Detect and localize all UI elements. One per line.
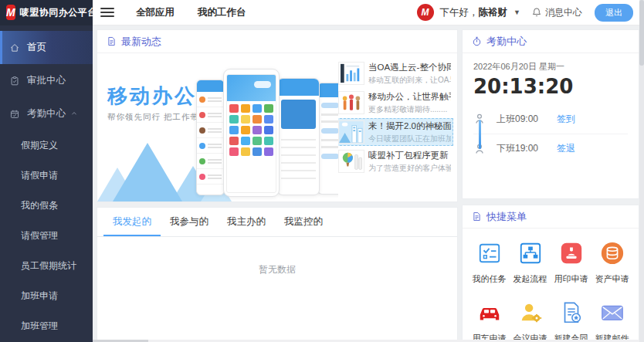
- news-thumb-report: [338, 62, 364, 85]
- sidebar-item-approval-center[interactable]: 审批中心: [0, 64, 93, 97]
- meeting-icon: [518, 300, 543, 325]
- home-icon: [9, 42, 20, 53]
- seal-icon: [559, 241, 584, 266]
- attendance-panel-title: 考勤中心: [486, 35, 527, 49]
- vertical-scrollbar-track: [639, 0, 644, 342]
- news-panel-header: 最新动态: [97, 30, 457, 53]
- quick-item-label: 我的任务: [473, 273, 507, 285]
- attendance-body: 2022年06月20日 星期一 20:13:20 上班09:00 签到 下班19…: [463, 53, 639, 163]
- sidebar-item-home[interactable]: 首页: [0, 31, 93, 64]
- top-header: M 唛盟协同办公平台 全部应用 我的工作台 M 下午好，陈裕财 ▼ 消息中心 退…: [0, 0, 644, 25]
- attendance-clock: 20:13:20: [473, 75, 628, 98]
- logo-icon: M: [6, 5, 15, 20]
- quick-item-new-contract[interactable]: 新建合同: [551, 299, 591, 342]
- asset-icon: [600, 241, 625, 266]
- quick-menu-title: 快捷菜单: [486, 210, 527, 224]
- news-body: 移动办公 帮你领先同行 把工作带出办公室: [97, 53, 457, 201]
- phone-mockup-main: [223, 69, 280, 197]
- quick-item-asset-request[interactable]: 资产申请: [591, 239, 632, 285]
- message-center-label: 消息中心: [545, 6, 582, 19]
- news-thumb-city: [338, 120, 364, 144]
- news-subtitle: 今日唛盟团队正在加班加点，: [368, 134, 451, 144]
- quick-item-new-mail[interactable]: 新建邮件: [591, 299, 632, 342]
- quick-item-label: 发起流程: [514, 273, 547, 285]
- tab-initiated-by-me[interactable]: 我发起的: [103, 208, 161, 236]
- sidebar-item-label: 首页: [27, 41, 46, 54]
- sidebar-subitem-my-leave-notes[interactable]: 我的假条: [0, 191, 93, 221]
- user-avatar[interactable]: M: [417, 4, 434, 21]
- mountain-shape: [113, 143, 182, 201]
- empty-state-text: 暂无数据: [97, 237, 457, 276]
- check-in-row: 上班09:00 签到: [473, 104, 628, 134]
- tasks-icon: [477, 241, 502, 266]
- document-icon: [107, 36, 117, 46]
- timeline-connector: [479, 120, 481, 149]
- attendance-icon: [9, 109, 20, 120]
- banner-headline: 移动办公: [107, 83, 197, 110]
- news-subtitle: 更多精彩敬请期待........: [368, 104, 451, 115]
- phone-contact-list: [197, 92, 224, 185]
- sidebar-item-attendance-center[interactable]: 考勤中心: [0, 97, 93, 130]
- news-item[interactable]: 唛盟补丁包程序更新为了营造更好的客户体验，唛: [336, 147, 453, 175]
- message-center[interactable]: 消息中心: [531, 6, 582, 19]
- top-nav: 全部应用 我的工作台: [136, 6, 246, 19]
- user-name: 陈裕财: [479, 7, 508, 18]
- bell-icon: [531, 7, 542, 18]
- sidebar-subitem-leave-request[interactable]: 请假申请: [0, 161, 93, 191]
- news-list: 当OA遇上云-整个协同OA移动互联的到来，让OA与云 移动办公，让世界触手可更多…: [336, 59, 453, 177]
- sidebar-nav: 首页 审批中心 考勤中心 假期定义 请假申请 我的假条 请假管理 员工假期统计 …: [0, 25, 93, 342]
- news-title: 移动办公，让世界触手可: [368, 91, 451, 103]
- car-icon: [477, 300, 502, 325]
- phone-mockup-right: [277, 78, 320, 195]
- sidebar-subitem-leave-management[interactable]: 请假管理: [0, 221, 93, 251]
- news-item[interactable]: 移动办公，让世界触手可更多精彩敬请期待........: [336, 89, 453, 117]
- sidebar-subitem-employee-holiday-stats[interactable]: 员工假期统计: [0, 251, 93, 281]
- promo-banner: 移动办公 帮你领先同行 把工作带出办公室: [97, 53, 338, 201]
- quick-item-seal-request[interactable]: 用印申请: [551, 239, 591, 285]
- nav-my-workbench[interactable]: 我的工作台: [198, 6, 246, 19]
- chevron-down-icon[interactable]: ▼: [514, 8, 520, 16]
- vertical-scrollbar-thumb[interactable]: [639, 0, 644, 66]
- user-greeting[interactable]: 下午好，陈裕财: [440, 6, 508, 19]
- quick-menu-panel: 快捷菜单 我的任务 发起流程 用印申请 资产申请 用车申请: [462, 205, 639, 342]
- sidebar-subitem-holiday-definition[interactable]: 假期定义: [0, 130, 93, 161]
- quick-item-start-flow[interactable]: 发起流程: [510, 239, 551, 285]
- sidebar-subitem-overtime-management[interactable]: 加班管理: [0, 311, 93, 341]
- news-title: 唛盟补丁包程序更新: [368, 150, 451, 161]
- quick-menu-header: 快捷菜单: [463, 205, 639, 229]
- header-right: M 下午好，陈裕财 ▼ 消息中心 退出: [417, 4, 644, 22]
- nav-all-apps[interactable]: 全部应用: [136, 6, 175, 19]
- news-item-highlighted[interactable]: 来！揭开2.0的神秘面纱-今日唛盟团队正在加班加点，: [336, 118, 453, 146]
- tab-monitored-by-me[interactable]: 我监控的: [275, 208, 332, 236]
- tab-participated-by-me[interactable]: 我参与的: [161, 208, 218, 236]
- check-out-button[interactable]: 签退: [557, 142, 575, 155]
- sidebar-subitem-overtime-request[interactable]: 加班申请: [0, 281, 93, 311]
- logo-area[interactable]: M 唛盟协同办公平台: [0, 0, 93, 25]
- check-out-label: 下班19:00: [497, 142, 557, 155]
- quick-item-my-tasks[interactable]: 我的任务: [469, 239, 510, 285]
- news-item[interactable]: 当OA遇上云-整个协同OA移动互联的到来，让OA与云: [336, 59, 453, 87]
- news-title: 来！揭开2.0的神秘面纱-: [368, 120, 451, 132]
- sidebar-item-label: 考勤中心: [27, 107, 66, 120]
- quick-item-car-request[interactable]: 用车申请: [469, 299, 510, 342]
- news-title: 当OA遇上云-整个协同OA: [368, 62, 451, 73]
- check-out-row: 下班19:00 签退: [473, 134, 628, 163]
- news-thumb-balloon: [338, 150, 364, 173]
- my-tasks-panel: 我发起的 我参与的 我主办的 我监控的 暂无数据: [97, 207, 458, 342]
- hamburger-menu-icon[interactable]: [100, 5, 114, 19]
- latest-news-panel: 最新动态 移动办公 帮你领先同行 把工作带出办公室: [97, 29, 458, 202]
- phone-app-grid: [227, 101, 276, 159]
- phone-mockup-far: [317, 83, 338, 195]
- quick-menu-grid: 我的任务 发起流程 用印申请 资产申请 用车申请 会议申请: [463, 229, 639, 342]
- check-in-button[interactable]: 签到: [557, 113, 575, 126]
- news-subtitle: 为了营造更好的客户体验，唛: [368, 163, 451, 174]
- oa-platform-page: M 唛盟协同办公平台 全部应用 我的工作台 M 下午好，陈裕财 ▼ 消息中心 退…: [0, 0, 644, 342]
- app-title: 唛盟协同办公平台: [20, 6, 97, 19]
- start-flow-icon: [518, 241, 543, 266]
- tab-hosted-by-me[interactable]: 我主办的: [218, 208, 275, 236]
- logout-button[interactable]: 退出: [595, 4, 633, 22]
- quick-item-meeting-request[interactable]: 会议申请: [510, 299, 551, 342]
- news-panel-title: 最新动态: [121, 35, 161, 49]
- news-subtitle: 移动互联的到来，让OA与云: [368, 75, 451, 86]
- attendance-panel-header: 考勤中心: [463, 30, 639, 53]
